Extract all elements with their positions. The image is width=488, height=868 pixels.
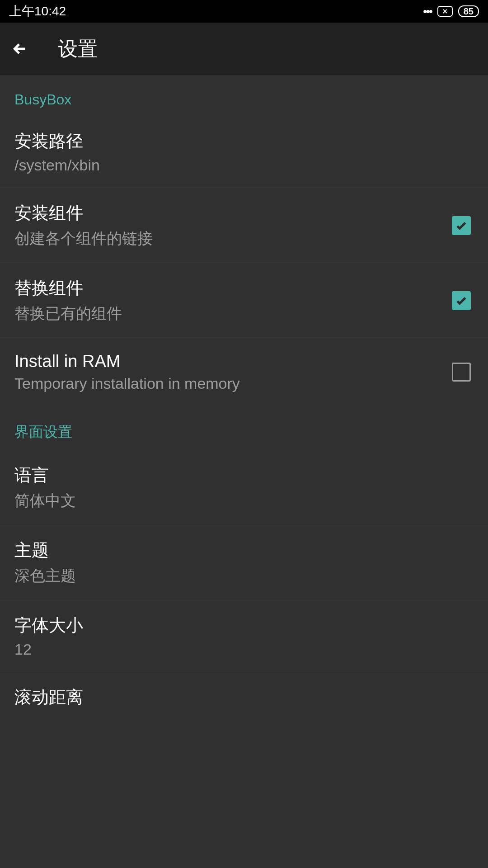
install-ram-checkbox[interactable] [452,363,471,382]
font-size-title: 字体大小 [14,614,474,637]
scroll-distance-title: 滚动距离 [14,686,474,709]
install-component-subtitle: 创建各个组件的链接 [14,228,452,249]
setting-theme[interactable]: 主题 深色主题 [0,525,488,600]
setting-install-component[interactable]: 安装组件 创建各个组件的链接 [0,188,488,263]
close-box-icon: ✕ [437,6,453,17]
more-dots-icon: ••• [423,5,432,18]
install-path-value: /system/xbin [14,156,474,174]
font-size-value: 12 [14,641,474,658]
replace-component-title: 替换组件 [14,277,452,300]
replace-component-subtitle: 替换已有的组件 [14,303,452,324]
language-value: 简体中文 [14,491,474,511]
setting-install-path[interactable]: 安装路径 /system/xbin [0,116,488,188]
check-icon [455,219,468,232]
theme-value: 深色主题 [14,566,474,586]
status-time: 上午10:42 [9,3,66,20]
status-bar: 上午10:42 ••• ✕ 85 [0,0,488,23]
settings-list: BusyBox 安装路径 /system/xbin 安装组件 创建各个组件的链接… [0,75,488,726]
install-ram-subtitle: Temporary installation in memory [14,375,452,392]
section-interface-header: 界面设置 [0,406,488,450]
back-button[interactable] [9,38,31,60]
setting-font-size[interactable]: 字体大小 12 [0,600,488,672]
install-path-title: 安装路径 [14,130,474,153]
arrow-left-icon [11,40,29,58]
setting-replace-component[interactable]: 替换组件 替换已有的组件 [0,263,488,338]
setting-language[interactable]: 语言 简体中文 [0,450,488,525]
replace-component-checkbox[interactable] [452,291,471,310]
battery-indicator: 85 [458,5,479,17]
theme-title: 主题 [14,539,474,562]
setting-install-ram[interactable]: Install in RAM Temporary installation in… [0,338,488,406]
install-component-title: 安装组件 [14,202,452,225]
install-ram-title: Install in RAM [14,352,452,371]
install-component-checkbox[interactable] [452,216,471,235]
language-title: 语言 [14,464,474,487]
app-bar: 设置 [0,23,488,75]
page-title: 设置 [58,36,98,62]
status-icons: ••• ✕ 85 [423,5,479,18]
check-icon [455,294,468,307]
section-busybox-header: BusyBox [0,75,488,116]
setting-scroll-distance[interactable]: 滚动距离 [0,672,488,726]
